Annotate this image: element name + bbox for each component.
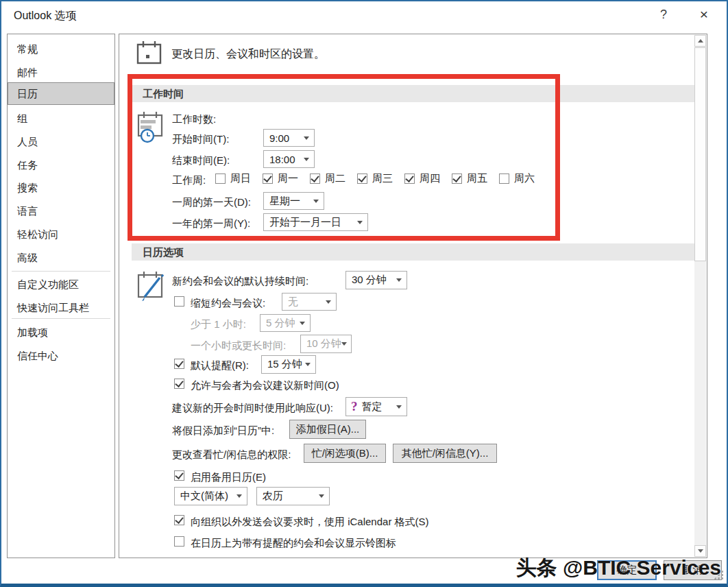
sidebar-item-advanced[interactable]: 高级: [17, 252, 38, 265]
chevron-down-icon: [304, 136, 309, 140]
sidebar: 常规 邮件 日历 组 人员 任务 搜索 语言 轻松访问 高级 自定义功能区 快速…: [7, 34, 115, 558]
help-icon[interactable]: ?: [655, 8, 672, 22]
sidebar-divider: [12, 318, 110, 319]
first-week-value: 开始于一月一日: [264, 216, 341, 229]
shorten-meetings-label: 缩短约会与会议:: [191, 297, 265, 310]
sidebar-item-quick-access-toolbar[interactable]: 快速访问工具栏: [17, 302, 89, 315]
day-label: 周二: [325, 172, 345, 185]
sidebar-item-general[interactable]: 常规: [17, 43, 38, 56]
less-than-hour-label: 少于 1 小时:: [191, 318, 246, 331]
freebusy-options-button[interactable]: 忙/闲选项(B)...: [304, 444, 386, 463]
sidebar-item-tasks[interactable]: 任务: [17, 159, 38, 172]
default-reminder-dropdown[interactable]: 15 分钟: [261, 355, 316, 374]
chevron-down-icon: [326, 300, 331, 304]
hour-or-longer-value: 10 分钟: [301, 337, 341, 350]
shorten-amount-dropdown[interactable]: 无: [282, 293, 337, 311]
sidebar-item-people[interactable]: 人员: [17, 136, 38, 149]
sidebar-item-search[interactable]: 搜索: [17, 182, 38, 195]
calendar-icon: [136, 40, 163, 66]
alternate-calendar-type-dropdown[interactable]: 农历: [256, 487, 330, 505]
chevron-down-icon: [305, 363, 311, 366]
wednesday-checkbox[interactable]: [357, 173, 367, 184]
sidebar-item-groups[interactable]: 组: [17, 112, 27, 125]
sidebar-item-trust-center[interactable]: 信任中心: [17, 350, 58, 363]
sidebar-item-language[interactable]: 语言: [17, 205, 38, 218]
monday-checkbox[interactable]: [263, 173, 273, 184]
dialog-title: Outlook 选项: [14, 9, 77, 23]
other-freebusy-button[interactable]: 其他忙/闲信息(Y)...: [393, 444, 497, 463]
vertical-scrollbar[interactable]: [694, 35, 706, 557]
sidebar-item-mail[interactable]: 邮件: [17, 67, 38, 80]
start-time-label: 开始时间(T):: [172, 133, 229, 146]
allow-propose-time-label: 允许与会者为会议建议新时间(O): [191, 379, 339, 392]
first-week-of-year-dropdown[interactable]: 开始于一月一日: [263, 213, 368, 231]
day-label: 周五: [467, 172, 487, 185]
arrow-down-icon: [698, 549, 703, 553]
saturday-checkbox[interactable]: [499, 173, 509, 184]
less-than-hour-dropdown[interactable]: 5 分钟: [260, 314, 311, 332]
hour-or-longer-dropdown[interactable]: 10 分钟: [300, 335, 352, 353]
day-label: 周六: [514, 172, 535, 185]
chevron-down-icon: [236, 494, 242, 498]
friday-checkbox[interactable]: [452, 173, 462, 184]
show-bell-icon-checkbox[interactable]: [174, 536, 184, 547]
icalendar-format-checkbox[interactable]: [174, 515, 184, 525]
sidebar-item-addins[interactable]: 加载项: [17, 326, 48, 339]
arrow-up-icon: [698, 39, 703, 43]
end-time-dropdown[interactable]: 18:00: [263, 150, 315, 168]
scroll-up-button[interactable]: [694, 35, 706, 47]
sidebar-item-accessibility[interactable]: 轻松访问: [17, 228, 58, 241]
tentative-question-icon: ?: [351, 399, 358, 414]
default-duration-value: 30 分钟: [346, 274, 387, 287]
add-holidays-button[interactable]: 添加假日(A)...: [289, 420, 366, 439]
sunday-checkbox[interactable]: [215, 173, 226, 184]
response-value: 暂定: [358, 400, 383, 414]
default-reminder-value: 15 分钟: [262, 358, 302, 371]
day-label: 周一: [278, 172, 298, 185]
alternate-calendar-type-value: 农历: [257, 490, 283, 503]
section-calendar-options: 日历选项: [132, 243, 695, 261]
first-day-of-week-dropdown[interactable]: 星期一: [263, 192, 324, 210]
scrollbar-thumb[interactable]: [694, 47, 706, 261]
day-thursday: 周四: [404, 172, 440, 185]
tuesday-checkbox[interactable]: [310, 173, 320, 184]
alternate-calendar-checkbox[interactable]: [174, 470, 184, 481]
watermark-text: 头条 @BTIC Services: [516, 554, 721, 582]
response-dropdown[interactable]: ? 暂定: [345, 397, 407, 416]
day-label: 周三: [372, 172, 393, 185]
outlook-options-dialog: Outlook 选项 ? × 常规 邮件 日历 组 人员 任务 搜索 语言 轻松…: [0, 0, 728, 587]
chevron-down-icon: [396, 405, 402, 409]
day-friday: 周五: [452, 172, 487, 185]
shorten-amount-value: 无: [282, 296, 298, 309]
allow-propose-time-checkbox[interactable]: [174, 379, 184, 389]
section-work-time: 工作时间: [132, 85, 695, 102]
add-holidays-label: 将假日添加到“日历”中:: [172, 424, 274, 438]
thursday-checkbox[interactable]: [404, 173, 415, 184]
less-than-hour-value: 5 分钟: [260, 317, 295, 330]
page-description: 更改日历、会议和时区的设置。: [171, 47, 325, 62]
first-day-of-week-label: 一周的第一天(D):: [172, 196, 251, 209]
close-icon[interactable]: ×: [695, 6, 713, 23]
day-sunday: 周日: [215, 172, 251, 185]
sidebar-item-calendar[interactable]: 日历: [17, 88, 38, 101]
first-day-value: 星期一: [264, 195, 300, 208]
alternate-language-value: 中文(简体): [175, 490, 228, 503]
sidebar-divider: [12, 271, 110, 272]
default-reminder-checkbox[interactable]: [174, 359, 184, 369]
start-time-dropdown[interactable]: 9:00: [263, 129, 315, 147]
chevron-down-icon: [319, 494, 324, 498]
start-time-value: 9:00: [264, 132, 289, 144]
alternate-language-dropdown[interactable]: 中文(简体): [174, 487, 247, 505]
response-when-proposing-label: 建议新的开会时间时使用此响应(U):: [172, 402, 333, 415]
day-saturday: 周六: [499, 172, 535, 185]
default-duration-dropdown[interactable]: 30 分钟: [345, 271, 407, 289]
icalendar-format-label: 向组织以外发送会议要求时，使用 iCalendar 格式(S): [191, 516, 429, 529]
freebusy-permissions-label: 更改查看忙/闲信息的权限:: [172, 448, 291, 462]
work-week-days: 周日 周一 周二 周三 周四 周五 周六: [215, 172, 535, 185]
day-tuesday: 周二: [310, 172, 345, 185]
title-bar: Outlook 选项 ? ×: [1, 1, 727, 30]
sidebar-item-customize-ribbon[interactable]: 自定义功能区: [17, 278, 79, 291]
calendar-settings-panel: 更改日历、会议和时区的设置。 工作时间 工作时数: 开始时间(T): 9:00 …: [119, 34, 707, 558]
alternate-calendar-label: 启用备用日历(E): [191, 471, 266, 484]
shorten-meetings-checkbox[interactable]: [174, 296, 184, 307]
